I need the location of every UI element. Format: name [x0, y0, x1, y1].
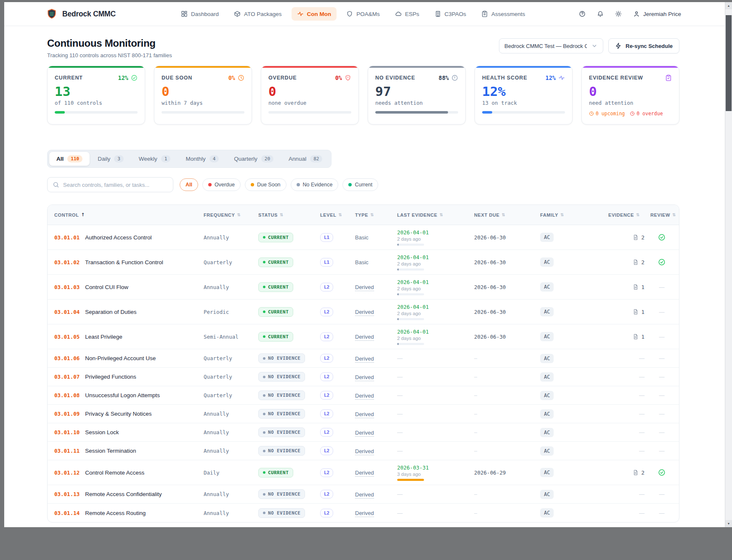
tab-all[interactable]: All110	[49, 152, 90, 166]
page-scrollbar[interactable]: ▲ ▼	[725, 2, 732, 527]
table-row[interactable]: 03.01.04Separation of DutiesPeriodicCURR…	[48, 300, 679, 324]
filter-chip-no-evidence[interactable]: No Evidence	[291, 178, 339, 191]
filter-chip-due-soon[interactable]: Due Soon	[245, 178, 286, 191]
search-input[interactable]	[63, 182, 168, 188]
column-header-control[interactable]: CONTROL↑	[54, 212, 204, 218]
scroll-up-button[interactable]: ▲	[725, 2, 732, 9]
type-label[interactable]: Derived	[355, 356, 374, 363]
control-id-link[interactable]: 03.01.05	[54, 334, 80, 340]
nav-item-ato-packages[interactable]: ATO Packages	[228, 7, 287, 21]
column-header-evidence[interactable]: EVIDENCE⇅	[608, 212, 650, 218]
evidence-cell[interactable]: 1	[633, 284, 650, 290]
scroll-down-button[interactable]: ▼	[725, 520, 732, 527]
nav-item-dashboard[interactable]: Dashboard	[175, 7, 224, 21]
table-row[interactable]: 03.01.08Unsuccessful Logon AttemptsQuart…	[48, 386, 679, 405]
evidence-cell[interactable]: 2	[633, 234, 650, 241]
control-name: Remote Access Routing	[85, 510, 146, 516]
evidence-cell[interactable]: 1	[633, 309, 650, 315]
table-row[interactable]: 03.01.06Non-Privileged Account UseQuarte…	[48, 349, 679, 368]
theme-toggle-button[interactable]	[615, 11, 622, 17]
review-cell[interactable]	[658, 258, 666, 266]
tab-quarterly[interactable]: Quarterly20	[227, 152, 281, 166]
column-header-next-due[interactable]: NEXT DUE⇅	[474, 212, 540, 218]
table-row[interactable]: 03.01.12Control Remote AccessDailyCURREN…	[48, 460, 679, 485]
control-id-link[interactable]: 03.01.02	[54, 259, 80, 265]
control-id-link[interactable]: 03.01.01	[54, 234, 80, 241]
nav-item-c3paos[interactable]: C3PAOs	[429, 7, 472, 21]
table-row[interactable]: 03.01.02Transaction & Function ControlQu…	[48, 250, 679, 275]
control-id-link[interactable]: 03.01.09	[54, 411, 80, 417]
column-header-family[interactable]: FAMILY⇅	[540, 212, 608, 218]
tab-daily[interactable]: Daily3	[90, 152, 131, 166]
nav-item-con-mon[interactable]: Con Mon	[292, 7, 337, 21]
control-id-link[interactable]: 03.01.03	[54, 284, 80, 290]
control-id-link[interactable]: 03.01.13	[54, 491, 80, 497]
status-dot	[263, 311, 265, 313]
table-row[interactable]: 03.01.05Least PrivilegeSemi-AnnualCURREN…	[48, 324, 679, 349]
control-name: Transaction & Function Control	[85, 259, 163, 265]
evidence-count: 2	[641, 470, 644, 476]
type-label[interactable]: Derived	[355, 470, 374, 477]
brand[interactable]: Bedrock CMMC	[46, 8, 116, 19]
column-header-level[interactable]: LEVEL⇅	[320, 212, 355, 218]
type-label[interactable]: Derived	[355, 284, 374, 291]
package-selector[interactable]: Bedrock CMMC Test — Bedrock CMMC	[499, 38, 603, 53]
scrollbar-thumb[interactable]	[726, 15, 732, 111]
filter-chip-overdue[interactable]: Overdue	[202, 178, 241, 191]
type-label[interactable]: Derived	[355, 374, 374, 381]
control-id-link[interactable]: 03.01.07	[54, 374, 80, 380]
filter-chip-current[interactable]: Current	[342, 178, 378, 191]
table-row[interactable]: 03.01.13Remote Access ConfidentialityAnn…	[48, 485, 679, 504]
notifications-button[interactable]	[597, 11, 604, 17]
control-id-link[interactable]: 03.01.10	[54, 429, 80, 435]
help-button[interactable]	[579, 11, 586, 17]
control-id-link[interactable]: 03.01.14	[54, 510, 80, 516]
nav-item-assessments[interactable]: Assessments	[476, 7, 530, 21]
control-id-link[interactable]: 03.01.06	[54, 355, 80, 361]
family-cell: AC	[540, 428, 608, 437]
tab-weekly[interactable]: Weekly1	[132, 152, 178, 166]
column-header-type[interactable]: TYPE⇅	[355, 212, 397, 218]
type-cell: Basic	[355, 234, 397, 241]
review-cell[interactable]	[658, 234, 666, 241]
review-cell: —	[659, 284, 665, 290]
control-id-link[interactable]: 03.01.12	[54, 470, 80, 476]
resync-schedule-button[interactable]: Re-sync Schedule	[608, 38, 679, 53]
column-header-last-evidence[interactable]: LAST EVIDENCE⇅	[397, 212, 474, 218]
table-row[interactable]: 03.01.11Session TerminationAnnuallyNO EV…	[48, 442, 679, 460]
tab-monthly[interactable]: Monthly4	[178, 152, 226, 166]
column-header-review[interactable]: REVIEW⇅	[650, 212, 673, 218]
control-id-link[interactable]: 03.01.11	[54, 448, 80, 454]
table-row[interactable]: 03.01.09Privacy & Security NoticesAnnual…	[48, 405, 679, 423]
table-row[interactable]: 03.01.03Control CUI FlowAnnuallyCURRENTL…	[48, 275, 679, 300]
search-box[interactable]	[47, 177, 173, 192]
table-row[interactable]: 03.01.14Remote Access RoutingAnnuallyNO …	[48, 504, 679, 522]
evidence-cell[interactable]: 2	[633, 470, 650, 476]
type-label[interactable]: Derived	[355, 334, 374, 341]
control-id-link[interactable]: 03.01.04	[54, 309, 80, 315]
type-label[interactable]: Derived	[355, 393, 374, 400]
user-menu[interactable]: Jeremiah Price	[633, 11, 681, 17]
chip-label: Current	[355, 182, 372, 188]
type-label[interactable]: Derived	[355, 411, 374, 418]
table-row[interactable]: 03.01.01Authorized Access ControlAnnuall…	[48, 225, 679, 250]
table-row[interactable]: 03.01.10Session LockAnnuallyNO EVIDENCEL…	[48, 423, 679, 442]
tab-annual[interactable]: Annual82	[281, 152, 329, 166]
type-label[interactable]: Derived	[355, 448, 374, 455]
type-label[interactable]: Derived	[355, 309, 374, 316]
review-cell[interactable]	[658, 469, 666, 476]
type-label[interactable]: Derived	[355, 491, 374, 499]
package-icon	[234, 11, 241, 17]
type-label[interactable]: Derived	[355, 430, 374, 437]
table-row[interactable]: 03.01.07Privileged FunctionsQuarterlyNO …	[48, 368, 679, 386]
evidence-cell[interactable]: 1	[633, 334, 650, 340]
column-header-status[interactable]: STATUS⇅	[258, 212, 320, 218]
control-id-link[interactable]: 03.01.08	[54, 392, 80, 398]
evidence-cell[interactable]: 2	[633, 259, 650, 265]
scrollbar-track[interactable]	[725, 9, 732, 520]
filter-chip-all[interactable]: All	[180, 178, 198, 191]
nav-item-poa-ms[interactable]: POA&Ms	[341, 7, 385, 21]
nav-item-esps[interactable]: ESPs	[390, 7, 425, 21]
type-label[interactable]: Derived	[355, 510, 374, 517]
column-header-frequency[interactable]: FREQUENCY⇅	[204, 212, 258, 218]
